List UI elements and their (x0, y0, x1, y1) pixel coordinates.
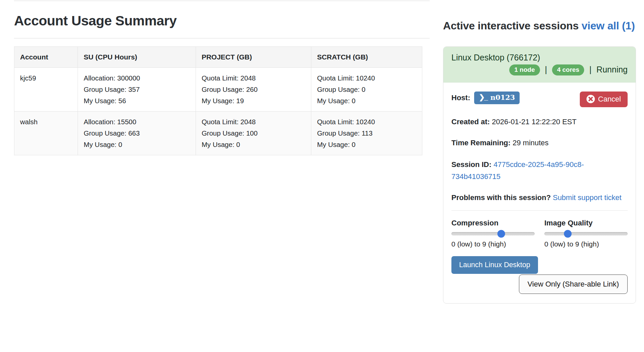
host-info: Host: ❯_ n0123 (451, 92, 520, 104)
col-header-scratch: SCRATCH (GB) (311, 47, 422, 68)
title-divider (14, 38, 430, 38)
sliders-row: Compression 0 (low) to 9 (high) Image Qu… (451, 219, 628, 248)
image-quality-slider-thumb[interactable] (564, 230, 571, 237)
image-quality-label: Image Quality (544, 219, 628, 227)
time-remaining-value: 29 minutes (513, 139, 549, 147)
sessions-heading: Active interactive sessions view all (1) (443, 19, 636, 33)
time-remaining-label: Time Remaining: (451, 139, 511, 147)
compression-slider[interactable] (451, 232, 535, 235)
support-ticket-link[interactable]: Submit support ticket (553, 193, 621, 202)
project-cell: Quota Limit: 2048 Group Usage: 260 My Us… (196, 68, 311, 112)
cancel-label: Cancel (598, 95, 621, 104)
host-name: n0123 (491, 93, 515, 102)
view-only-button[interactable]: View Only (Share-able Link) (519, 275, 628, 294)
image-quality-caption: 0 (low) to 9 (high) (544, 240, 628, 248)
cancel-button[interactable]: Cancel (580, 92, 628, 107)
session-card-header: Linux Desktop (766172) 1 node | 4 cores … (443, 47, 636, 82)
image-quality-slider[interactable] (544, 232, 628, 235)
usage-table: Account SU (CPU Hours) PROJECT (GB) SCRA… (14, 46, 422, 155)
col-header-su: SU (CPU Hours) (78, 47, 196, 68)
table-row: walsh Allocation: 15500 Group Usage: 663… (14, 112, 422, 155)
created-at-line: Created at: 2026-01-21 12:22:20 EST (451, 116, 628, 128)
page-title: Account Usage Summary (14, 13, 430, 29)
view-only-wrap: View Only (Share-able Link) (451, 275, 628, 294)
scratch-cell: Quota Limit: 10240 Group Usage: 0 My Usa… (311, 68, 422, 112)
host-row: Host: ❯_ n0123 Cancel (451, 92, 628, 107)
dashboard-page: Account Usage Summary Account SU (CPU Ho… (0, 0, 644, 352)
host-badge[interactable]: ❯_ n0123 (474, 92, 520, 104)
compression-control: Compression 0 (low) to 9 (high) (451, 219, 535, 248)
card-divider (451, 210, 628, 211)
top-divider (14, 1, 430, 1)
image-quality-control: Image Quality 0 (low) to 9 (high) (544, 219, 628, 248)
session-id-line: Session ID: 4775cdce-2025-4a95-90c8-734b… (451, 159, 628, 183)
compression-label: Compression (451, 219, 535, 227)
terminal-icon: ❯_ (479, 93, 487, 101)
su-cell: Allocation: 300000 Group Usage: 357 My U… (78, 68, 196, 112)
table-row: kjc59 Allocation: 300000 Group Usage: 35… (14, 68, 422, 112)
account-cell: kjc59 (14, 68, 78, 112)
badge-separator: | (545, 65, 547, 74)
project-cell: Quota Limit: 2048 Group Usage: 100 My Us… (196, 112, 311, 155)
session-title: Linux Desktop (766172) (451, 53, 628, 62)
active-sessions-section: Active interactive sessions view all (1)… (443, 0, 636, 304)
support-line: Problems with this session? Submit suppo… (451, 192, 628, 204)
col-header-project: PROJECT (GB) (196, 47, 311, 68)
problems-label: Problems with this session? (451, 193, 551, 202)
compression-slider-thumb[interactable] (498, 230, 505, 237)
account-cell: walsh (14, 112, 78, 155)
created-at-value: 2026-01-21 12:22:20 EST (492, 118, 576, 126)
account-usage-section: Account Usage Summary Account SU (CPU Ho… (14, 1, 430, 155)
status-badge: Running (597, 65, 628, 74)
cancel-icon (586, 95, 595, 103)
host-label: Host: (451, 94, 470, 102)
created-at-label: Created at: (451, 118, 490, 126)
node-count-badge: 1 node (509, 64, 540, 75)
session-id-label: Session ID: (451, 160, 492, 169)
session-card: Linux Desktop (766172) 1 node | 4 cores … (443, 46, 636, 304)
compression-caption: 0 (low) to 9 (high) (451, 240, 535, 248)
session-card-body: Host: ❯_ n0123 Cancel (443, 82, 636, 303)
sessions-heading-text: Active interactive sessions (443, 20, 578, 32)
time-remaining-line: Time Remaining: 29 minutes (451, 137, 628, 149)
launch-button[interactable]: Launch Linux Desktop (451, 256, 538, 274)
su-cell: Allocation: 15500 Group Usage: 663 My Us… (78, 112, 196, 155)
scratch-cell: Quota Limit: 10240 Group Usage: 113 My U… (311, 112, 422, 155)
badge-separator: | (589, 65, 592, 74)
core-count-badge: 4 cores (552, 64, 584, 75)
view-all-link[interactable]: view all (1) (581, 20, 635, 32)
table-header-row: Account SU (CPU Hours) PROJECT (GB) SCRA… (14, 47, 422, 68)
col-header-account: Account (14, 47, 78, 68)
session-badges: 1 node | 4 cores | Running (451, 64, 628, 75)
